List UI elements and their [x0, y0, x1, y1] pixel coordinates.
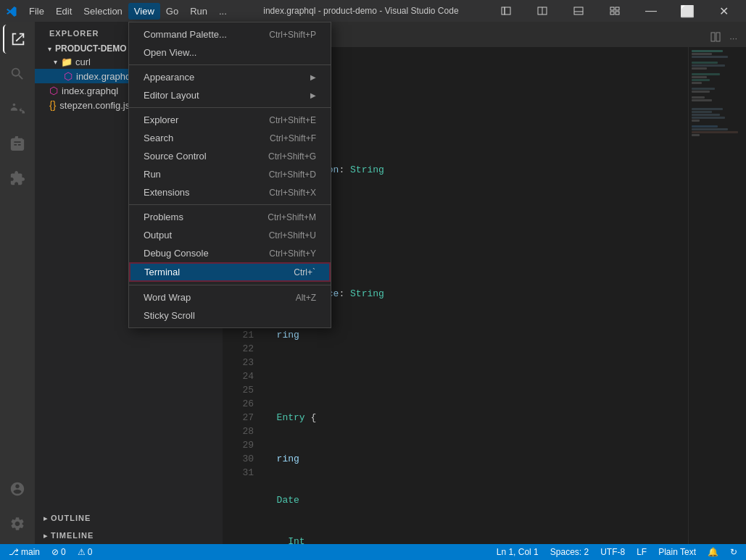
- open-view-label: Open View...: [144, 47, 196, 58]
- terminal-label: Terminal: [144, 267, 180, 277]
- debug-console-label: Debug Console: [144, 248, 209, 259]
- menu-problems[interactable]: Problems Ctrl+Shift+M: [129, 208, 331, 226]
- menu-editor-layout[interactable]: Editor Layout: [129, 86, 331, 104]
- dropdown-overlay[interactable]: Command Palette... Ctrl+Shift+P Open Vie…: [0, 0, 746, 560]
- output-shortcut: Ctrl+Shift+U: [269, 230, 316, 241]
- menu-open-view[interactable]: Open View...: [129, 43, 331, 62]
- problems-label: Problems: [144, 212, 183, 222]
- view-menu-dropdown: Command Palette... Ctrl+Shift+P Open Vie…: [128, 22, 331, 328]
- menu-search[interactable]: Search Ctrl+Shift+F: [129, 129, 331, 147]
- source-control-shortcut: Ctrl+Shift+G: [268, 151, 316, 162]
- extensions-label: Extensions: [144, 187, 190, 198]
- menu-extensions[interactable]: Extensions Ctrl+Shift+X: [129, 183, 331, 201]
- output-label: Output: [144, 230, 172, 241]
- menu-command-palette[interactable]: Command Palette... Ctrl+Shift+P: [129, 25, 331, 43]
- menu-sticky-scroll[interactable]: Sticky Scroll: [129, 306, 331, 325]
- extensions-shortcut: Ctrl+Shift+X: [269, 188, 316, 198]
- explorer-label: Explorer: [144, 114, 178, 125]
- search-shortcut: Ctrl+Shift+F: [270, 133, 316, 143]
- debug-console-shortcut: Ctrl+Shift+Y: [269, 248, 316, 259]
- menu-terminal[interactable]: Terminal Ctrl+`: [129, 262, 331, 282]
- problems-shortcut: Ctrl+Shift+M: [268, 212, 316, 222]
- run-shortcut: Ctrl+Shift+D: [269, 170, 316, 180]
- menu-explorer[interactable]: Explorer Ctrl+Shift+E: [129, 111, 331, 129]
- separator-1: [129, 64, 331, 65]
- menu-run[interactable]: Run Ctrl+Shift+D: [129, 165, 331, 183]
- menu-word-wrap[interactable]: Word Wrap Alt+Z: [129, 288, 331, 306]
- separator-3: [129, 204, 331, 205]
- separator-4: [129, 285, 331, 285]
- command-palette-shortcut: Ctrl+Shift+P: [269, 30, 316, 40]
- menu-source-control[interactable]: Source Control Ctrl+Shift+G: [129, 147, 331, 165]
- explorer-shortcut: Ctrl+Shift+E: [269, 115, 316, 125]
- terminal-shortcut: Ctrl+`: [294, 267, 315, 277]
- search-label: Search: [144, 133, 173, 143]
- word-wrap-shortcut: Alt+Z: [296, 293, 316, 303]
- editor-layout-label: Editor Layout: [144, 90, 199, 101]
- source-control-label: Source Control: [144, 151, 207, 162]
- sticky-scroll-label: Sticky Scroll: [144, 310, 195, 321]
- word-wrap-label: Word Wrap: [144, 292, 191, 303]
- separator-2: [129, 107, 331, 108]
- command-palette-label: Command Palette...: [144, 29, 227, 40]
- run-label: Run: [144, 169, 161, 180]
- menu-output[interactable]: Output Ctrl+Shift+U: [129, 226, 331, 244]
- menu-debug-console[interactable]: Debug Console Ctrl+Shift+Y: [129, 244, 331, 262]
- menu-appearance[interactable]: Appearance: [129, 68, 331, 86]
- appearance-label: Appearance: [144, 72, 194, 83]
